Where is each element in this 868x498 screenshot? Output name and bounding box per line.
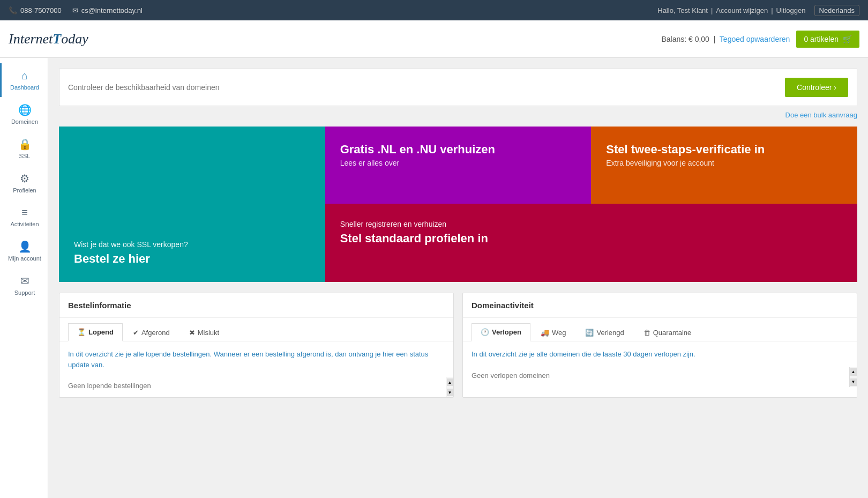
sidebar: ⌂ Dashboard 🌐 Domeinen 🔒 SSL ⚙ Profielen… bbox=[0, 58, 48, 498]
hourglass-icon: ⏳ bbox=[77, 328, 86, 336]
cart-count: 0 artikelen bbox=[804, 35, 839, 43]
logo: InternetToday bbox=[9, 31, 661, 47]
topup-link[interactable]: Tegoed opwaarderen bbox=[720, 35, 790, 43]
tab-weg[interactable]: 🚚 Weg bbox=[532, 323, 575, 341]
check-icon: ✔ bbox=[133, 329, 139, 337]
cross-icon: ✖ bbox=[189, 329, 195, 337]
profielen-icon: ⚙ bbox=[20, 172, 29, 185]
domain-activity-empty: Geen verlopen domeinen bbox=[463, 367, 848, 387]
move-banner[interactable]: Gratis .NL en .NU verhuizen Lees er alle… bbox=[325, 127, 592, 204]
tab-verlengd[interactable]: 🔄 Verlengd bbox=[576, 323, 633, 341]
scroll-up-button[interactable]: ▲ bbox=[447, 378, 453, 386]
phone-icon: 📞 bbox=[9, 6, 17, 14]
2fa-banner-sub-text: Extra beveiliging voor je account bbox=[606, 159, 842, 167]
ssl-banner-small-text: Wist je dat we ook SSL verkopen? bbox=[74, 240, 310, 249]
balance-info: Balans: € 0,00 | Tegoed opwaarderen bbox=[661, 35, 790, 43]
sidebar-label-mijn-account: Mijn account bbox=[8, 255, 41, 262]
ssl-icon: 🔒 bbox=[18, 138, 32, 151]
email-icon: ✉ bbox=[72, 6, 78, 14]
cart-button[interactable]: 0 artikelen 🛒 bbox=[796, 31, 859, 48]
domain-activity-panel-title: Domeinactiviteit bbox=[463, 293, 857, 318]
order-panel-title: Bestelinformatie bbox=[59, 293, 453, 318]
sidebar-label-profielen: Profielen bbox=[13, 187, 36, 194]
main-content: Controleer › Doe een bulk aanvraag Wist … bbox=[48, 58, 868, 498]
tab-lopend[interactable]: ⏳ Lopend bbox=[68, 323, 123, 341]
bulk-link-container: Doe een bulk aanvraag bbox=[59, 110, 857, 119]
language-button[interactable]: Nederlands bbox=[814, 5, 860, 16]
2fa-banner[interactable]: Stel twee-staps-verificatie in Extra bev… bbox=[591, 127, 857, 204]
phone-info: 📞 088-7507000 bbox=[9, 6, 62, 14]
tab-quarantaine[interactable]: 🗑 Quarantaine bbox=[634, 323, 701, 341]
phone-number: 088-7507000 bbox=[20, 6, 62, 14]
tab-verlopen[interactable]: 🕐 Verlopen bbox=[472, 323, 530, 341]
sidebar-item-ssl[interactable]: 🔒 SSL bbox=[0, 131, 48, 166]
domain-search-bar: Controleer › bbox=[59, 69, 857, 106]
sidebar-item-activiteiten[interactable]: ≡ Activiteiten bbox=[0, 200, 48, 234]
ssl-banner[interactable]: Wist je dat we ook SSL verkopen? Bestel … bbox=[59, 127, 325, 282]
domain-search-input[interactable] bbox=[68, 83, 780, 92]
profiles-banner-small-text: Sneller registreren en verhuizen bbox=[340, 220, 842, 228]
activiteiten-icon: ≡ bbox=[21, 206, 28, 219]
sidebar-item-dashboard[interactable]: ⌂ Dashboard bbox=[0, 63, 48, 97]
dashboard-icon: ⌂ bbox=[21, 70, 28, 82]
domain-activity-tabs: 🕐 Verlopen 🚚 Weg 🔄 Verlengd 🗑 Quarantain… bbox=[463, 318, 857, 341]
sidebar-label-dashboard: Dashboard bbox=[10, 84, 39, 91]
domain-scroll-up-button[interactable]: ▲ bbox=[850, 368, 857, 376]
domeinen-icon: 🌐 bbox=[18, 103, 32, 116]
sidebar-label-domeinen: Domeinen bbox=[11, 118, 38, 125]
check-button[interactable]: Controleer › bbox=[785, 78, 848, 97]
bottom-panels: Bestelinformatie ⏳ Lopend ✔ Afgerond ✖ M… bbox=[59, 293, 857, 398]
move-banner-big-text: Gratis .NL en .NU verhuizen bbox=[340, 143, 577, 157]
sidebar-item-profielen[interactable]: ⚙ Profielen bbox=[0, 166, 48, 200]
support-icon: ✉ bbox=[20, 274, 29, 287]
sidebar-item-support[interactable]: ✉ Support bbox=[0, 268, 48, 302]
cart-icon: 🛒 bbox=[843, 35, 852, 43]
sidebar-label-support: Support bbox=[14, 289, 35, 296]
sidebar-item-domeinen[interactable]: 🌐 Domeinen bbox=[0, 97, 48, 131]
2fa-banner-big-text: Stel twee-staps-verificatie in bbox=[606, 143, 842, 157]
profiles-banner[interactable]: Sneller registreren en verhuizen Stel st… bbox=[325, 204, 857, 282]
refresh-icon: 🔄 bbox=[585, 329, 594, 337]
topbar-contact: 📞 088-7507000 ✉ cs@internettoday.nl bbox=[9, 6, 657, 14]
topbar-user: Hallo, Test Klant | Account wijzigen | U… bbox=[657, 5, 859, 16]
domain-activity-description: In dit overzicht zie je alle domeinen di… bbox=[463, 341, 857, 367]
bulk-aanvraag-link[interactable]: Doe een bulk aanvraag bbox=[785, 111, 857, 119]
domain-activity-panel: Domeinactiviteit 🕐 Verlopen 🚚 Weg 🔄 Verl… bbox=[462, 293, 857, 398]
tab-afgerond[interactable]: ✔ Afgerond bbox=[124, 323, 179, 341]
order-panel-description: In dit overzicht zie je alle lopende bes… bbox=[59, 341, 453, 377]
clock-icon: 🕐 bbox=[481, 328, 489, 336]
balance-amount: Balans: € 0,00 bbox=[661, 35, 709, 43]
tab-mislukt[interactable]: ✖ Mislukt bbox=[180, 323, 228, 341]
profiles-banner-big-text: Stel standaard profielen in bbox=[340, 232, 842, 246]
sidebar-item-mijn-account[interactable]: 👤 Mijn account bbox=[0, 234, 48, 268]
greeting-text: Hallo, Test Klant bbox=[657, 6, 708, 14]
header-right: Balans: € 0,00 | Tegoed opwaarderen 0 ar… bbox=[661, 31, 859, 48]
domain-scroll-down-button[interactable]: ▼ bbox=[850, 378, 857, 386]
scroll-down-button[interactable]: ▼ bbox=[447, 389, 453, 396]
email-address: cs@internettoday.nl bbox=[81, 6, 143, 14]
email-info: ✉ cs@internettoday.nl bbox=[72, 6, 143, 14]
uitloggen-link[interactable]: Uitloggen bbox=[776, 6, 806, 14]
move-banner-sub-text: Lees er alles over bbox=[340, 159, 577, 167]
account-wijzigen-link[interactable]: Account wijzigen bbox=[716, 6, 768, 14]
order-panel: Bestelinformatie ⏳ Lopend ✔ Afgerond ✖ M… bbox=[59, 293, 454, 398]
topbar: 📞 088-7507000 ✉ cs@internettoday.nl Hall… bbox=[0, 0, 868, 20]
trash-icon: 🗑 bbox=[643, 329, 650, 337]
sidebar-label-ssl: SSL bbox=[19, 153, 31, 159]
truck-icon: 🚚 bbox=[541, 329, 549, 337]
ssl-banner-big-text: Bestel ze hier bbox=[74, 252, 310, 266]
sidebar-label-activiteiten: Activiteiten bbox=[10, 221, 39, 227]
banner-grid: Wist je dat we ook SSL verkopen? Bestel … bbox=[59, 127, 857, 282]
account-icon: 👤 bbox=[18, 240, 32, 253]
order-panel-empty: Geen lopende bestellingen bbox=[59, 377, 445, 397]
layout: ⌂ Dashboard 🌐 Domeinen 🔒 SSL ⚙ Profielen… bbox=[0, 58, 868, 498]
header: InternetToday Balans: € 0,00 | Tegoed op… bbox=[0, 20, 868, 58]
order-panel-tabs: ⏳ Lopend ✔ Afgerond ✖ Mislukt bbox=[59, 318, 453, 341]
